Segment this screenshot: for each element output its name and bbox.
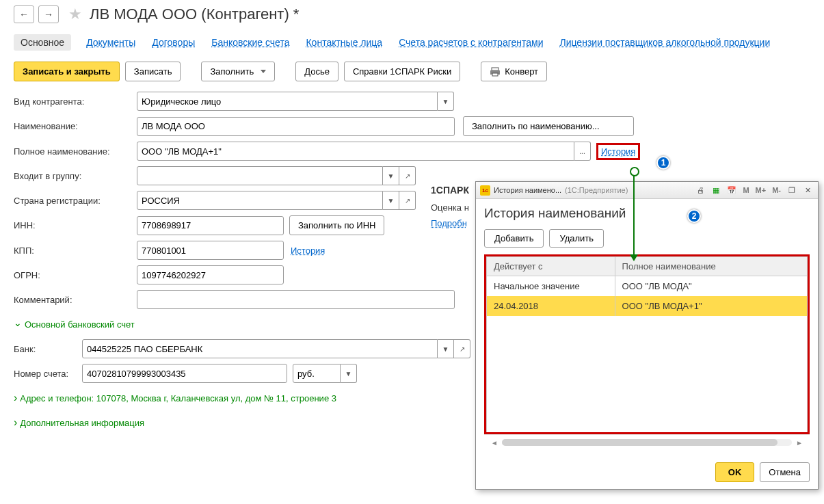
comment-label: Комментарий: xyxy=(14,295,137,305)
tab-settlements[interactable]: Счета расчетов с контрагентами xyxy=(397,34,544,51)
account-input[interactable] xyxy=(82,364,287,383)
callout-2: 2 xyxy=(687,209,701,223)
history-link[interactable]: История xyxy=(596,143,640,160)
nav-back-button[interactable]: ← xyxy=(14,5,34,23)
kpp-input[interactable] xyxy=(137,241,284,260)
country-label: Страна регистрации: xyxy=(14,196,137,206)
tab-contracts[interactable]: Договоры xyxy=(150,34,196,51)
spark-title: 1СПАРК xyxy=(431,185,469,196)
restore-icon[interactable]: ❐ xyxy=(786,184,798,196)
convert-label: Конверт xyxy=(505,66,538,77)
annotation-arrow xyxy=(633,171,635,260)
tab-main[interactable]: Основное xyxy=(14,34,71,51)
currency-dropdown-button[interactable]: ▼ xyxy=(341,364,357,383)
save-and-close-button[interactable]: Записать и закрыть xyxy=(14,62,120,81)
account-label: Номер счета: xyxy=(14,369,82,379)
col-date-header[interactable]: Действует с xyxy=(487,257,615,276)
popup-heading: История наименований xyxy=(484,206,810,221)
extra-section-toggle[interactable]: Дополнительная информация xyxy=(14,414,144,431)
add-button[interactable]: Добавить xyxy=(484,229,544,248)
fill-by-inn-button[interactable]: Заполнить по ИНН xyxy=(289,215,384,235)
print-icon xyxy=(490,67,501,77)
popup-titlebar-subtitle: (1С:Предприятие) xyxy=(565,186,628,194)
group-open-button[interactable]: ↗ xyxy=(399,166,416,185)
grid-icon[interactable]: ▦ xyxy=(710,184,722,196)
bank-label: Банк: xyxy=(14,344,82,354)
dossier-button[interactable]: Досье xyxy=(295,62,338,81)
group-dropdown-button[interactable]: ▼ xyxy=(383,166,399,185)
m-minus-button[interactable]: M- xyxy=(771,186,782,194)
cancel-button[interactable]: Отмена xyxy=(760,462,810,482)
history-table: Действует с Полное наименование Начально… xyxy=(484,254,810,434)
ogrn-label: ОГРН: xyxy=(14,270,137,280)
tab-bank-accounts[interactable]: Банковские счета xyxy=(210,34,291,51)
address-section-toggle[interactable]: Адрес и телефон: 107078, Москва г, Калан… xyxy=(14,390,336,406)
spark-rating-label: Оценка н xyxy=(431,202,469,213)
bank-dropdown-button[interactable]: ▼ xyxy=(438,339,454,358)
fill-button[interactable]: Заполнить xyxy=(201,62,275,81)
tab-contacts[interactable]: Контактные лица xyxy=(304,34,384,51)
group-label: Входит в группу: xyxy=(14,171,137,181)
currency-input[interactable] xyxy=(293,364,341,383)
table-row[interactable]: 24.04.2018ООО "ЛВ МОДА+1" xyxy=(487,296,808,316)
kpp-label: КПП: xyxy=(14,246,137,256)
ok-button[interactable]: OK xyxy=(715,462,755,482)
favorite-star-icon[interactable]: ★ xyxy=(68,5,82,23)
calendar-icon[interactable]: 📅 xyxy=(726,184,738,196)
svg-rect-2 xyxy=(492,73,498,76)
fullname-input[interactable] xyxy=(137,142,574,161)
app-1c-icon: 1c xyxy=(480,185,490,196)
country-dropdown-button[interactable]: ▼ xyxy=(383,191,399,210)
nav-forward-button[interactable]: → xyxy=(38,5,59,23)
group-input[interactable] xyxy=(137,166,383,185)
inn-input[interactable] xyxy=(137,216,284,235)
convert-button[interactable]: Конверт xyxy=(481,62,547,81)
tab-licenses[interactable]: Лицензии поставщиков алкогольной продукц… xyxy=(559,34,772,51)
bank-input[interactable] xyxy=(82,339,438,358)
bank-open-button[interactable]: ↗ xyxy=(454,339,470,358)
fill-by-name-button[interactable]: Заполнить по наименованию... xyxy=(463,116,634,136)
tab-documents[interactable]: Документы xyxy=(85,34,137,51)
popup-titlebar-title: История наимено... xyxy=(494,186,561,194)
save-button[interactable]: Записать xyxy=(125,62,181,81)
type-input[interactable] xyxy=(137,92,438,111)
delete-button[interactable]: Удалить xyxy=(549,229,604,248)
m-plus-button[interactable]: M+ xyxy=(754,186,768,194)
inn-label: ИНН: xyxy=(14,220,137,230)
table-row[interactable]: Начальное значениеООО "ЛВ МОДА" xyxy=(487,276,808,297)
callout-1: 1 xyxy=(656,156,670,170)
spark-button[interactable]: Справки 1СПАРК Риски xyxy=(344,62,460,81)
fullname-more-button[interactable]: ... xyxy=(574,142,591,161)
page-title: ЛВ МОДА ООО (Контрагент) * xyxy=(90,5,299,23)
col-name-header[interactable]: Полное наименование xyxy=(615,257,807,276)
fullname-label: Полное наименование: xyxy=(14,146,137,157)
country-input[interactable] xyxy=(137,191,383,210)
kpp-history-link[interactable]: История xyxy=(291,246,325,256)
spark-more-link[interactable]: Подробн xyxy=(431,218,467,228)
close-icon[interactable]: ✕ xyxy=(801,184,814,196)
history-popup: 1c История наимено... (1С:Предприятие) 🖨… xyxy=(475,181,819,490)
name-input[interactable] xyxy=(137,117,455,136)
country-open-button[interactable]: ↗ xyxy=(399,191,416,210)
name-label: Наименование: xyxy=(14,121,137,131)
horizontal-scrollbar[interactable]: ◄ ► xyxy=(484,434,810,450)
type-label: Вид контрагента: xyxy=(14,96,137,107)
print-icon[interactable]: 🖨 xyxy=(694,184,706,196)
ogrn-input[interactable] xyxy=(137,265,284,284)
m-button[interactable]: M xyxy=(741,186,750,194)
comment-input[interactable] xyxy=(137,290,455,309)
svg-rect-0 xyxy=(492,68,499,70)
bank-section-toggle[interactable]: Основной банковский счет xyxy=(14,317,135,332)
type-dropdown-button[interactable]: ▼ xyxy=(438,92,454,111)
